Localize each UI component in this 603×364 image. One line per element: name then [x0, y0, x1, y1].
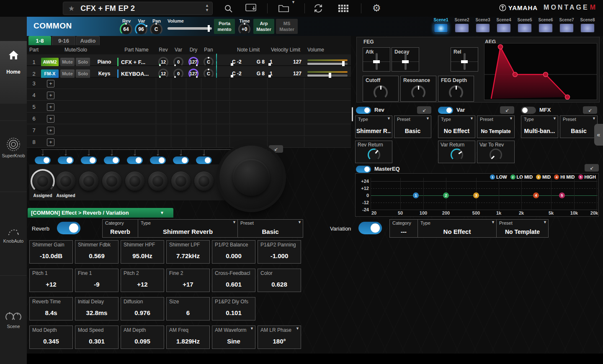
volume-slider-handle[interactable] — [208, 25, 210, 32]
tab-parts-1-8[interactable]: 1-8 — [28, 36, 51, 45]
engine-badge-fmx[interactable]: FM-X — [41, 69, 59, 78]
knob-toggle-5[interactable] — [127, 156, 143, 164]
master-eq-graph[interactable]: 1LOW 2LO MID 3MID 4HI MID 5HIGH +24 +12 … — [355, 173, 599, 217]
part1-var-knob[interactable]: 0 — [173, 57, 183, 67]
effect-breadcrumb-dropdown[interactable]: [COMMON] Effect > Reverb / Variation ▼ — [28, 208, 173, 218]
part2-pan-knob[interactable]: C — [204, 69, 214, 79]
feg-release-slider[interactable]: Rel — [451, 47, 478, 72]
assign-knob-5[interactable] — [125, 172, 144, 191]
param-pitch-2[interactable]: Pitch 2+12 — [121, 269, 164, 292]
var-toggle[interactable] — [438, 107, 453, 114]
add-part-button-6[interactable]: + — [47, 115, 54, 123]
scene-pad-8[interactable] — [580, 23, 595, 33]
mfx-jump-button[interactable]: ↙ — [583, 106, 597, 114]
mfx-toggle[interactable] — [521, 107, 536, 114]
rev-preset-field[interactable]: Preset▼ Basic — [394, 115, 431, 138]
knob-toggle-6[interactable] — [150, 156, 166, 164]
eq-band-5[interactable]: 5 — [559, 192, 565, 198]
eq-band-3[interactable]: 3 — [473, 192, 479, 198]
master-eq-jump-button[interactable]: ↙ — [585, 164, 599, 172]
scene-button-6[interactable]: Scene6 — [536, 18, 555, 33]
part2-dry-knob[interactable]: 127 — [188, 69, 198, 79]
reverb-category-field[interactable]: Category Reverb — [102, 219, 138, 238]
param-am-freq[interactable]: AM Freq1.829Hz — [166, 326, 210, 349]
var-preset-field[interactable]: Preset▼ No Template — [477, 115, 515, 138]
param-mod-depth[interactable]: Mod Depth0.345 — [29, 326, 73, 349]
tab-parts-9-16[interactable]: 9-16 — [52, 36, 75, 45]
velocity-limit-2[interactable]: 1127 — [267, 71, 304, 76]
note-limit-1[interactable]: C -2G 8 — [229, 59, 267, 64]
scene-pad-7[interactable] — [559, 23, 574, 33]
part1-dry-knob[interactable]: 127 — [188, 57, 198, 67]
eq-band-4[interactable]: 4 — [533, 192, 539, 198]
reverb-toggle[interactable] — [57, 222, 80, 234]
scene-pad-5[interactable] — [518, 23, 532, 33]
rev-toggle[interactable] — [356, 107, 371, 114]
knob-toggle-8[interactable] — [196, 156, 212, 164]
resonance-knob-box[interactable]: Resonance — [400, 76, 436, 102]
feg-decay-slider[interactable]: Decay — [392, 47, 419, 72]
spinner-up-icon[interactable]: ▲ — [205, 3, 209, 8]
reverb-type-field[interactable]: Type▼ Shimmer Reverb — [138, 219, 238, 238]
param-fine-2[interactable]: Fine 2+17 — [166, 269, 210, 292]
param-mod-speed[interactable]: Mod Speed0.301 — [75, 326, 119, 349]
part2-var-knob[interactable]: 0 — [173, 69, 183, 79]
common-pan-knob[interactable]: C — [150, 23, 162, 36]
rev-type-field[interactable]: Type▼ Shimmer R... — [355, 115, 392, 138]
part-list-scrollbar[interactable] — [352, 107, 353, 121]
scene-button-2[interactable]: Scene2 — [452, 18, 472, 33]
param-shimmer-gain[interactable]: Shimmer Gain-10.0dB — [29, 240, 73, 264]
scene-pad-6[interactable] — [539, 23, 553, 33]
mfx-type-field[interactable]: Type▼ Multi-ban... — [521, 115, 558, 138]
part2-volume[interactable] — [304, 71, 351, 77]
performance-spinner[interactable]: ▲▼ — [205, 3, 209, 13]
add-part-button-5[interactable]: + — [47, 103, 54, 111]
rev-jump-button[interactable]: ↙ — [417, 106, 431, 114]
feg-depth-knob-box[interactable]: FEG Depth — [438, 76, 474, 102]
portamento-button[interactable]: Portamento — [214, 19, 235, 34]
knob-toggle-7[interactable] — [173, 156, 189, 164]
master-eq-toggle[interactable] — [356, 166, 371, 173]
scene-pad-2[interactable] — [455, 23, 469, 33]
add-part-button-3[interactable]: + — [47, 80, 54, 87]
scene-button-1[interactable]: Scene1 — [431, 18, 451, 33]
folder-caret-icon[interactable]: ▼ — [291, 0, 295, 4]
cutoff-knob-box[interactable]: Cutoff — [363, 76, 399, 102]
knob-toggle-1[interactable] — [35, 156, 51, 164]
knob-section-jump-button[interactable]: ↙ — [269, 145, 283, 153]
variation-type-field[interactable]: Type▼ No Effect — [417, 219, 497, 238]
part-row-2[interactable]: 2 FM-X Mute Solo Keys KEYBOA... 12 0 127… — [27, 66, 351, 77]
assign-knob-7[interactable] — [171, 172, 191, 191]
part-row-1[interactable]: 1 AWM2 Mute Solo Piano CFX + F... 12 0 1… — [27, 54, 351, 66]
variation-toggle[interactable] — [358, 222, 382, 234]
assign-knob-1[interactable] — [33, 172, 52, 191]
scene-button-3[interactable]: Scene3 — [473, 18, 492, 33]
velocity-limit-1[interactable]: 1127 — [267, 59, 304, 64]
add-part-button-7[interactable]: + — [47, 127, 54, 134]
assign-knob-4[interactable] — [102, 172, 121, 191]
var-jump-button[interactable]: ↙ — [500, 106, 514, 114]
folder-icon[interactable] — [278, 4, 289, 13]
part-name-2[interactable]: KEYBOA... — [117, 69, 156, 78]
add-part-button-4[interactable]: + — [47, 92, 54, 99]
feg-attack-slider[interactable]: Atk — [363, 47, 390, 72]
note-limit-2[interactable]: C -2G 8 — [229, 71, 267, 76]
param-initial-delay[interactable]: Initial Delay32.8ms — [75, 297, 119, 320]
param-size[interactable]: Size6 — [166, 297, 210, 320]
scene-button-5[interactable]: Scene5 — [515, 18, 534, 33]
common-var-knob[interactable]: 96 — [135, 23, 147, 36]
solo-button-2[interactable]: Solo — [76, 69, 90, 78]
param-cross-feedback[interactable]: Cross-Feedback0.601 — [212, 269, 255, 292]
solo-button-1[interactable]: Solo — [76, 58, 90, 67]
var-to-rev-knob[interactable] — [490, 149, 502, 161]
assign-knob-6[interactable] — [148, 172, 168, 191]
mute-button-1[interactable]: Mute — [60, 58, 75, 67]
param-pitch-1[interactable]: Pitch 1+12 — [29, 269, 73, 292]
knob-toggle-2[interactable] — [58, 156, 74, 164]
param-fine-1[interactable]: Fine 1-9 — [75, 269, 119, 292]
knob-toggle-3[interactable] — [81, 156, 97, 164]
ms-master-button[interactable]: MSMaster — [276, 19, 298, 34]
knob-toggle-4[interactable] — [104, 156, 120, 164]
performance-name-box[interactable]: ★ CFX + FM EP 2 ▲▼ — [63, 2, 213, 15]
mute-button-2[interactable]: Mute — [60, 69, 75, 78]
